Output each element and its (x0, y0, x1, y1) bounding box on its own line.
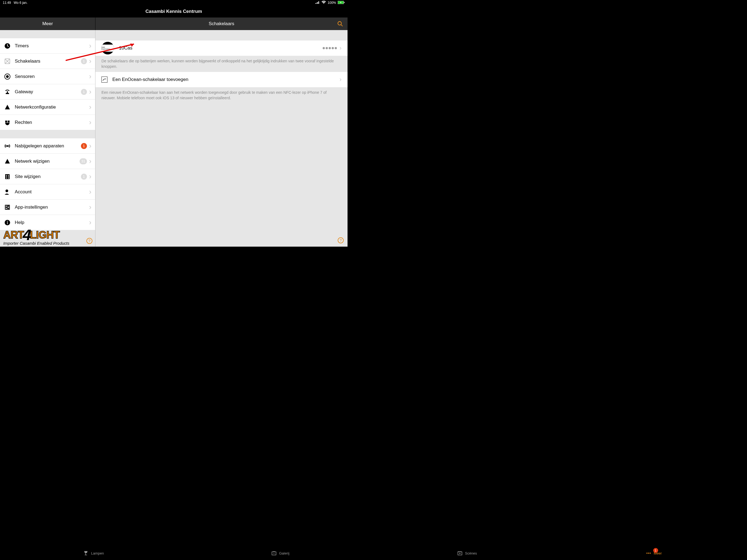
sidebar-item-label: Timers (15, 43, 89, 49)
sidebar-item-label: Nabijgelegen apparaten (15, 143, 81, 149)
description-text: Een nieuwe EnOcean-schakelaar kan aan he… (96, 87, 347, 103)
sidebar-item-label: Netwerk wijzigen (15, 159, 80, 164)
svg-rect-21 (8, 176, 9, 177)
count-badge: 1 (81, 89, 87, 95)
enocean-icon (101, 77, 107, 82)
svg-point-16 (6, 145, 8, 147)
description-text: De schakelaars die op batterijen werken,… (96, 56, 347, 72)
help-button[interactable]: ? (338, 237, 344, 244)
sidebar-item-rechten[interactable]: Rechten › (0, 115, 95, 130)
chevron-right-icon: › (89, 73, 91, 80)
chevron-right-icon: › (340, 45, 341, 52)
toolbar-left-title: Meer (0, 18, 96, 30)
svg-rect-5 (344, 2, 344, 3)
sidebar-item-netwerk-wijzigen[interactable]: Netwerk wijzigen 31 › (0, 154, 95, 169)
svg-rect-19 (8, 175, 9, 176)
sidebar-spacer (0, 30, 95, 38)
sidebar-item-timers[interactable]: Timers › (0, 38, 95, 54)
svg-rect-34 (7, 222, 8, 224)
app-title: Casambi Kennis Centrum (146, 9, 202, 14)
sidebar-item-label: Rechten (15, 120, 89, 125)
chevron-right-icon: › (89, 104, 91, 110)
chevron-right-icon: › (89, 204, 91, 210)
chevron-right-icon: › (89, 219, 91, 226)
switch-icon (4, 58, 11, 65)
toolbar-right-title: Schakelaars (96, 18, 347, 30)
svg-rect-17 (5, 174, 9, 179)
battery-percent: 100% (328, 1, 336, 5)
device-row[interactable]: DMX Engineering 10Cas › (96, 41, 347, 56)
svg-point-24 (5, 189, 8, 192)
wifi-icon (321, 1, 326, 5)
chevron-right-icon: › (89, 58, 91, 65)
status-date: Wo 6 jan. (14, 1, 27, 5)
nearby-icon (4, 143, 11, 150)
count-badge: 1 (81, 174, 87, 180)
chevron-right-icon: › (89, 42, 91, 49)
sidebar-item-label: Site wijzigen (15, 174, 81, 179)
sidebar-item-site-wijzigen[interactable]: Site wijzigen 1 › (0, 169, 95, 184)
site-icon (4, 173, 11, 180)
svg-rect-1 (317, 2, 318, 4)
svg-rect-2 (318, 1, 319, 4)
svg-rect-15 (6, 93, 9, 94)
sidebar-item-nabijgelegen-apparaten[interactable]: Nabijgelegen apparaten 1 › (0, 138, 95, 154)
battery-icon (338, 1, 345, 5)
status-bar: 11:49 Wo 6 jan. 100% (0, 0, 347, 5)
svg-rect-0 (315, 3, 316, 4)
count-badge: 1 (81, 58, 87, 64)
svg-point-27 (8, 207, 9, 208)
settings-icon (4, 204, 11, 211)
sidebar-item-netwerkconfiguratie[interactable]: Netwerkconfiguratie › (0, 100, 95, 115)
svg-rect-22 (6, 178, 7, 179)
search-icon[interactable] (337, 21, 343, 27)
svg-point-13 (6, 75, 9, 78)
sidebar-item-account[interactable]: Account › (0, 184, 95, 200)
chevron-right-icon: › (340, 76, 341, 83)
gateway-icon (4, 88, 11, 96)
app-title-bar: Casambi Kennis Centrum (0, 5, 347, 18)
brand-logo: ART4LIGHT Importer Casambi Enabled Produ… (3, 224, 80, 246)
signal-dots (323, 47, 337, 49)
sidebar-item-label: Sensoren (15, 74, 89, 79)
sidebar-item-schakelaars[interactable]: Schakelaars 1 › (0, 54, 95, 69)
status-time: 11:49 (3, 1, 11, 5)
svg-point-26 (6, 206, 7, 207)
svg-point-28 (6, 208, 7, 209)
chevron-right-icon: › (89, 143, 91, 149)
chevron-right-icon: › (89, 119, 91, 126)
device-name: 10Cas (119, 45, 323, 51)
network-icon (4, 104, 11, 111)
chevron-right-icon: › (89, 188, 91, 195)
svg-rect-23 (8, 178, 9, 179)
sidebar-item-label: Netwerkconfiguratie (15, 104, 89, 110)
chevron-right-icon: › (89, 158, 91, 164)
svg-point-33 (7, 221, 8, 222)
sidebar-spacer (0, 130, 95, 138)
clock-icon (4, 42, 11, 50)
sidebar-item-label: Account (15, 189, 89, 195)
count-badge: 31 (80, 158, 87, 164)
svg-rect-20 (6, 176, 7, 177)
sidebar-item-app-instellingen[interactable]: App-instellingen › (0, 200, 95, 215)
svg-rect-18 (6, 175, 7, 176)
chevron-right-icon: › (89, 88, 91, 95)
shield-icon (4, 119, 11, 126)
cellular-icon (315, 1, 320, 5)
add-enocean-row[interactable]: Een EnOcean-schakelaar toevoegen › (96, 72, 347, 87)
sidebar-item-label: App-instellingen (15, 205, 89, 210)
toolbar: Meer Schakelaars (0, 18, 347, 30)
device-thumbnail: DMX Engineering (101, 42, 114, 54)
help-button[interactable]: ? (86, 238, 93, 244)
detail-panel: DMX Engineering 10Cas › De schakelaars d… (96, 30, 347, 247)
sidebar: Timers › Schakelaars 1 › Sensoren › Gate… (0, 30, 96, 247)
account-icon (4, 188, 11, 196)
sensor-icon (4, 73, 11, 80)
svg-line-7 (341, 25, 343, 26)
sidebar-item-gateway[interactable]: Gateway 1 › (0, 84, 95, 100)
sidebar-item-sensoren[interactable]: Sensoren › (0, 69, 95, 84)
chevron-right-icon: › (89, 173, 91, 180)
detail-spacer (96, 30, 347, 41)
sidebar-item-label: Gateway (15, 89, 81, 95)
network-change-icon (4, 158, 11, 165)
